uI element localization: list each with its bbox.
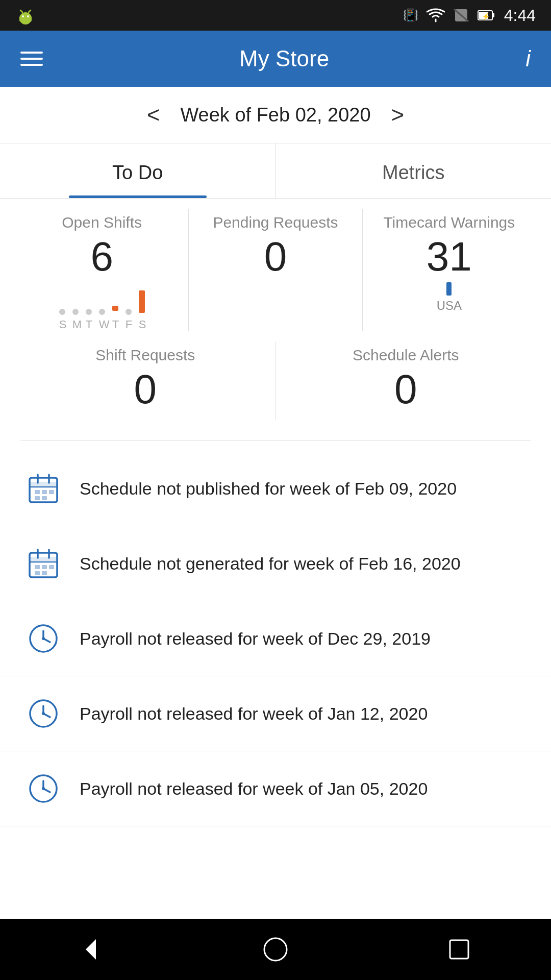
week-label: Week of Feb 02, 2020 [180, 104, 370, 126]
svg-rect-32 [42, 571, 47, 575]
chart-label-s: S [59, 318, 65, 331]
tab-metrics[interactable]: Metrics [276, 143, 552, 198]
svg-line-6 [29, 10, 31, 12]
svg-rect-1 [19, 16, 21, 21]
svg-point-40 [42, 712, 45, 715]
section-separator [20, 440, 531, 441]
status-bar: 📳 ⚡ 4:44 [0, 0, 551, 31]
svg-rect-29 [42, 565, 47, 569]
alert-item[interactable]: Payroll not released for week of Dec 29,… [0, 601, 551, 676]
sim-icon [453, 8, 469, 22]
next-week-button[interactable]: > [386, 102, 410, 128]
shift-requests-stat: Shift Requests 0 [15, 341, 276, 420]
svg-rect-10 [492, 13, 494, 17]
timecard-bar [446, 282, 452, 296]
svg-rect-18 [35, 490, 40, 494]
alert-text-3: Payroll not released for week of Dec 29,… [80, 627, 431, 650]
timecard-warnings-label: Timecard Warnings [383, 214, 515, 231]
bottom-navigation [0, 919, 551, 980]
timecard-region-label: USA [437, 299, 462, 313]
android-icon [15, 5, 36, 26]
menu-button[interactable] [20, 52, 43, 66]
svg-rect-2 [30, 16, 32, 21]
alert-text-5: Payroll not released for week of Jan 05,… [80, 777, 428, 800]
chart-label-m: M [72, 318, 79, 331]
svg-rect-21 [35, 496, 40, 500]
status-bar-right: 📳 ⚡ 4:44 [403, 6, 536, 25]
svg-rect-20 [49, 490, 54, 494]
clock-icon-1 [26, 621, 61, 656]
shift-requests-value: 0 [134, 369, 157, 410]
alert-text-4: Payroll not released for week of Jan 12,… [80, 702, 428, 725]
alert-text-1: Schedule not published for week of Feb 0… [80, 477, 457, 500]
battery-icon: ⚡ [478, 8, 496, 22]
vibrate-icon: 📳 [403, 8, 418, 22]
stats-top-row: Open Shifts 6 [0, 199, 551, 336]
info-button[interactable]: i [525, 46, 531, 71]
svg-rect-47 [450, 940, 468, 959]
week-navigation: < Week of Feb 02, 2020 > [0, 87, 551, 143]
chart-label-s2: S [139, 318, 145, 331]
timecard-warnings-value: 31 [427, 236, 472, 277]
prev-week-button[interactable]: < [142, 102, 165, 128]
svg-rect-19 [42, 490, 47, 494]
chart-label-t2: T [112, 318, 118, 331]
app-header: My Store i [0, 31, 551, 87]
chart-label-t1: T [86, 318, 92, 331]
chart-dot-t1 [86, 309, 92, 315]
chart-dot-m [72, 309, 79, 315]
alert-item[interactable]: Schedule not published for week of Feb 0… [0, 451, 551, 526]
tab-bar: To Do Metrics [0, 143, 551, 199]
timecard-warnings-stat: Timecard Warnings 31 USA [363, 209, 536, 331]
svg-point-3 [22, 15, 24, 17]
home-button[interactable] [261, 935, 290, 964]
stats-bottom-row: Shift Requests 0 Schedule Alerts 0 [0, 336, 551, 430]
svg-rect-22 [42, 496, 47, 500]
clock-icon-2 [26, 696, 61, 731]
open-shifts-stat: Open Shifts 6 [15, 209, 188, 331]
status-time: 4:44 [504, 6, 536, 25]
wifi-icon [427, 8, 445, 22]
clock-icon-3 [26, 771, 61, 806]
chart-label-f: F [126, 318, 132, 331]
svg-rect-28 [35, 565, 40, 569]
chart-dot-f [126, 309, 132, 315]
pending-requests-value: 0 [264, 236, 287, 277]
alert-item[interactable]: Payroll not released for week of Jan 05,… [0, 751, 551, 826]
page-title: My Store [239, 46, 329, 71]
schedule-alerts-value: 0 [394, 369, 417, 410]
chart-label-w: W [99, 318, 105, 331]
calendar-icon-1 [26, 471, 61, 506]
svg-line-5 [20, 10, 22, 12]
svg-point-46 [264, 938, 287, 961]
open-shifts-value: 6 [90, 236, 113, 277]
alert-item[interactable]: Payroll not released for week of Jan 12,… [0, 676, 551, 751]
svg-point-44 [42, 787, 45, 790]
alert-text-2: Schedule not generated for week of Feb 1… [80, 552, 461, 575]
pending-requests-stat: Pending Requests 0 [189, 209, 362, 331]
tab-todo[interactable]: To Do [0, 143, 276, 198]
alerts-list: Schedule not published for week of Feb 0… [0, 451, 551, 826]
recents-button[interactable] [445, 935, 473, 964]
alert-item[interactable]: Schedule not generated for week of Feb 1… [0, 526, 551, 601]
svg-marker-45 [86, 939, 96, 960]
svg-rect-30 [49, 565, 54, 569]
chart-dot-s [59, 309, 65, 315]
svg-text:⚡: ⚡ [482, 12, 491, 21]
status-bar-left [15, 5, 36, 26]
calendar-icon-2 [26, 546, 61, 581]
chart-dot-w [99, 309, 105, 315]
schedule-alerts-label: Schedule Alerts [353, 347, 459, 364]
shift-requests-label: Shift Requests [95, 347, 195, 364]
svg-point-36 [42, 637, 45, 640]
schedule-alerts-stat: Schedule Alerts 0 [276, 341, 536, 420]
back-button[interactable] [78, 935, 106, 964]
svg-rect-31 [35, 571, 40, 575]
open-shifts-label: Open Shifts [62, 214, 142, 231]
pending-requests-label: Pending Requests [213, 214, 338, 231]
svg-point-4 [27, 15, 29, 17]
